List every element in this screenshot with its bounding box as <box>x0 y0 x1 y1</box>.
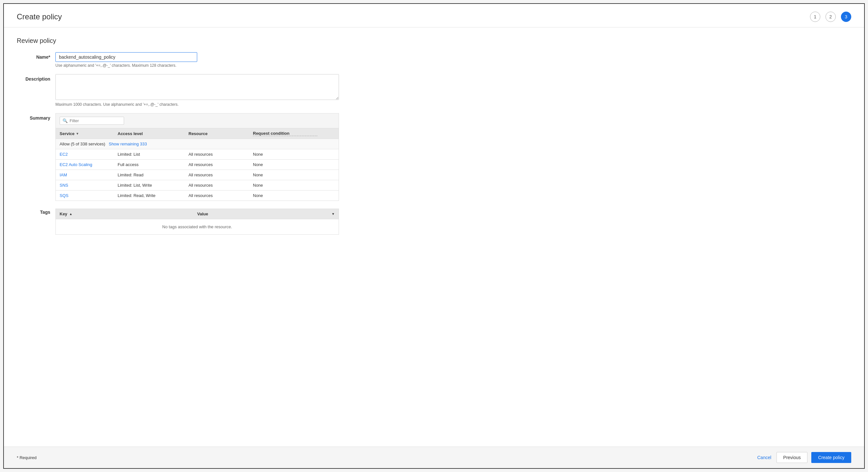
description-hint: Maximum 1000 characters. Use alphanumeri… <box>55 102 339 107</box>
footer-buttons: Cancel Previous Create policy <box>756 452 851 463</box>
name-hint: Use alphanumeric and '+=,.@-_' character… <box>55 63 339 68</box>
col-access: Access level <box>118 131 188 136</box>
tags-header: Key ▲ Value ▼ <box>56 209 339 219</box>
table-row: SNS Limited: List, Write All resources N… <box>56 180 339 190</box>
name-input[interactable] <box>55 52 197 62</box>
cell-access: Limited: Read, Write <box>118 193 188 198</box>
cell-condition: None <box>253 183 317 188</box>
cell-condition: None <box>253 173 317 177</box>
cell-resource: All resources <box>188 152 253 157</box>
tags-row: Tags Key ▲ Value ▼ No tags associated wi… <box>17 207 851 235</box>
description-field-container: Maximum 1000 characters. Use alphanumeri… <box>55 74 339 107</box>
service-link-sqs[interactable]: SQS <box>60 193 68 198</box>
cell-access: Limited: Read <box>118 173 188 177</box>
tags-label: Tags <box>17 207 55 215</box>
cell-service: IAM <box>60 173 118 177</box>
cell-service: EC2 Auto Scaling <box>60 162 118 167</box>
table-row: IAM Limited: Read All resources None <box>56 170 339 180</box>
cell-condition: None <box>253 152 317 157</box>
col-request-condition: Request condition <box>253 131 317 136</box>
summary-label: Summary <box>17 113 55 121</box>
page-footer: * Required Cancel Previous Create policy <box>4 446 864 468</box>
tags-col-key: Key ▲ <box>60 211 197 216</box>
cell-resource: All resources <box>188 183 253 188</box>
value-sort-down-icon: ▼ <box>332 212 335 216</box>
create-policy-button[interactable]: Create policy <box>811 452 851 463</box>
service-link-ec2[interactable]: EC2 <box>60 152 68 157</box>
show-remaining-link[interactable]: Show remaining 333 <box>108 142 147 146</box>
tags-table: Key ▲ Value ▼ No tags associated with th… <box>55 209 339 235</box>
main-content: Review policy Name* Use alphanumeric and… <box>4 27 864 446</box>
name-row: Name* Use alphanumeric and '+=,.@-_' cha… <box>17 52 851 68</box>
tags-field-container: Key ▲ Value ▼ No tags associated with th… <box>55 207 339 235</box>
tags-col-value: Value ▼ <box>197 211 335 216</box>
table-header: Service ▼ Access level Resource Request … <box>56 128 339 139</box>
step-3: 3 <box>841 11 851 22</box>
description-input[interactable] <box>55 74 339 100</box>
required-note: * Required <box>17 455 36 460</box>
filter-input-wrap: 🔍 <box>60 117 124 125</box>
filter-input[interactable] <box>70 118 121 123</box>
page-header: Create policy 1 2 3 <box>4 4 864 27</box>
table-row: EC2 Auto Scaling Full access All resourc… <box>56 159 339 170</box>
cell-service: SQS <box>60 193 118 198</box>
allow-row: Allow (5 of 338 services) Show remaining… <box>56 139 339 149</box>
cell-condition: None <box>253 162 317 167</box>
service-sort-icon[interactable]: ▼ <box>76 132 79 136</box>
description-row: Description Maximum 1000 characters. Use… <box>17 74 851 107</box>
cell-access: Limited: List <box>118 152 188 157</box>
cell-access: Full access <box>118 162 188 167</box>
name-field-container: Use alphanumeric and '+=,.@-_' character… <box>55 52 339 68</box>
col-service: Service ▼ <box>60 131 118 136</box>
step-1: 1 <box>810 11 820 22</box>
description-label: Description <box>17 74 55 82</box>
cell-resource: All resources <box>188 162 253 167</box>
summary-container-outer: 🔍 Service ▼ Access level <box>55 113 339 201</box>
cell-resource: All resources <box>188 173 253 177</box>
tags-empty-message: No tags associated with the resource. <box>56 219 339 234</box>
page-title: Create policy <box>17 12 62 21</box>
cell-resource: All resources <box>188 193 253 198</box>
col-resource: Resource <box>188 131 253 136</box>
summary-row: Summary 🔍 Service ▼ <box>17 113 851 201</box>
step-2: 2 <box>826 11 836 22</box>
cell-condition: None <box>253 193 317 198</box>
search-icon: 🔍 <box>63 118 68 123</box>
cell-service: EC2 <box>60 152 118 157</box>
key-sort-up-icon: ▲ <box>69 212 72 216</box>
steps-indicator: 1 2 3 <box>810 11 851 22</box>
summary-table: 🔍 Service ▼ Access level <box>55 113 339 201</box>
cancel-button[interactable]: Cancel <box>756 452 773 463</box>
filter-row: 🔍 <box>56 114 339 128</box>
cell-access: Limited: List, Write <box>118 183 188 188</box>
section-title: Review policy <box>17 37 851 45</box>
cell-service: SNS <box>60 183 118 188</box>
table-row: SQS Limited: Read, Write All resources N… <box>56 190 339 201</box>
name-label: Name* <box>17 52 55 60</box>
service-link-sns[interactable]: SNS <box>60 183 68 188</box>
service-link-iam[interactable]: IAM <box>60 173 67 177</box>
table-row: EC2 Limited: List All resources None <box>56 149 339 159</box>
service-link-ec2-autoscaling[interactable]: EC2 Auto Scaling <box>60 162 92 167</box>
previous-button[interactable]: Previous <box>776 452 807 463</box>
